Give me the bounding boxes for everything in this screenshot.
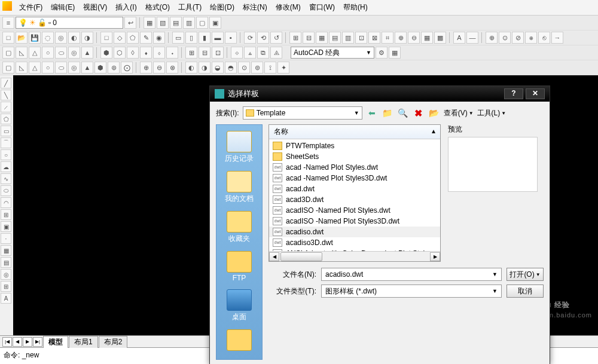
place-历史记录[interactable]: 历史记录 [218,129,261,167]
menu-view[interactable]: 视图(V) [80,1,111,14]
tool-icon[interactable]: ▦ [144,17,155,29]
layer-combo[interactable]: 💡 ☀ 🔓 ▫ 0 [16,17,123,29]
file-item[interactable]: dwtacad -Named Plot Styles.dwt [269,162,440,173]
tool-icon[interactable]: ⊟ [303,32,315,44]
menu-help[interactable]: 帮助(H) [340,1,371,14]
spline-icon[interactable]: ∿ [1,173,11,184]
file-list-body[interactable]: PTWTemplatesSheetSetsdwtacad -Named Plot… [269,139,440,251]
tool-icon[interactable]: ⟐ [231,47,243,59]
tool-icon[interactable]: ◺ [16,62,28,74]
tool-icon[interactable]: ◐ [68,32,80,44]
menu-modify[interactable]: 修改(M) [272,1,304,14]
tool-icon[interactable]: ▥ [342,32,354,44]
ellipsearc-icon[interactable]: ◠ [1,197,11,208]
tool-icon[interactable]: ◎ [68,62,80,74]
tool-icon[interactable]: ▯ [185,32,197,44]
tool-icon[interactable]: ⊕ [486,32,498,44]
tool-icon[interactable]: ▪ [225,32,237,44]
mtext-icon[interactable]: A [1,293,11,304]
place-我的文档[interactable]: 我的文档 [218,169,261,207]
layer-manager-icon[interactable]: ≡ [2,17,14,29]
tool-icon[interactable]: ▣ [209,17,221,29]
tool-icon[interactable]: ▤ [170,17,182,29]
tool-icon[interactable]: ▲ [81,62,93,74]
tool-icon[interactable]: ◑ [81,32,93,44]
file-item[interactable]: PTWTemplates [269,140,440,151]
tool-icon[interactable]: ◒ [212,62,224,74]
file-item[interactable]: dwtacadiso.dwt [269,227,440,237]
tool-icon[interactable]: ▦ [389,47,401,59]
tool-icon[interactable]: ⟲ [257,32,269,44]
menu-draw[interactable]: 绘图(D) [206,1,238,14]
gradient-icon[interactable]: ▤ [1,257,11,268]
tool-icon[interactable]: ⬧ [140,47,152,59]
tool-icon[interactable]: ◊ [127,47,139,59]
tool-icon[interactable]: ⟟ [264,62,276,74]
tool-icon[interactable]: ✦ [277,62,289,74]
list-header[interactable]: 名称 ▴ [269,125,440,139]
menu-format[interactable]: 格式(O) [142,1,173,14]
tool-icon[interactable]: ▩ [434,32,446,44]
tool-icon[interactable]: ▥ [183,17,195,29]
tool-icon[interactable]: △ [29,62,41,74]
tab-nav-next[interactable]: ▶ [23,337,32,347]
tool-icon[interactable]: ↺ [270,32,282,44]
tool-icon[interactable]: ⬨ [153,47,165,59]
torus-icon[interactable]: ◎ [68,47,80,59]
tool-icon[interactable]: → [551,32,563,44]
tool-icon[interactable]: ⬠ [127,32,139,44]
file-item[interactable]: dwtacadiso3D.dwt [269,237,440,248]
tool-icon[interactable]: ⨀ [121,62,133,74]
tool-icon[interactable]: ⊞ [185,47,197,59]
horizontal-scrollbar[interactable]: ◀ ▶ [269,251,440,261]
cancel-button[interactable]: 取消 [507,285,544,298]
wedge-icon[interactable]: ◺ [16,47,28,59]
new-icon[interactable]: □ [2,32,14,44]
tab-nav-prev[interactable]: ◀ [13,337,22,347]
scroll-left-icon[interactable]: ◀ [269,252,279,261]
tool-icon[interactable]: ⬩ [166,47,178,59]
menu-edit[interactable]: 编辑(E) [47,1,78,14]
tool-icon[interactable]: ▤ [329,32,341,44]
tool-icon[interactable]: ⊙ [238,62,250,74]
scroll-thumb[interactable] [280,252,322,261]
tab-layout2[interactable]: 布局2 [99,336,128,348]
tab-nav-first[interactable]: |◀ [2,337,12,347]
tool-icon[interactable]: ⊟ [199,47,210,59]
tool-icon[interactable]: — [466,32,478,44]
tool-icon[interactable]: ⊘ [512,32,524,44]
cone-icon[interactable]: △ [29,47,41,59]
tools-menu[interactable]: 工具(L) ▼ [477,108,507,118]
place-FTP[interactable]: FTP [218,249,261,286]
tool-icon[interactable]: ⊡ [355,32,367,44]
revcloud-icon[interactable]: ☁ [1,161,11,172]
pline-icon[interactable]: ⟋ [1,102,11,112]
tool-icon[interactable]: ▢ [2,62,14,74]
xline-icon[interactable]: ╲ [1,90,11,100]
tool-icon[interactable]: ▬ [212,32,224,44]
open-button[interactable]: 打开(O) ▼ [507,268,544,281]
tab-layout1[interactable]: 布局1 [69,336,98,348]
menu-tools[interactable]: 工具(T) [175,1,205,14]
tool-icon[interactable]: ⟁ [244,47,256,59]
file-item[interactable]: dwtacad.dwt [269,183,440,194]
hatch-icon[interactable]: ▦ [1,245,11,256]
view-menu[interactable]: 查看(V) ▼ [444,108,474,118]
point-icon[interactable]: · [1,233,11,244]
scroll-right-icon[interactable]: ▶ [430,252,440,261]
tool-icon[interactable]: A [453,32,465,44]
gear-icon[interactable]: ⚙ [376,47,388,59]
place-more[interactable] [218,327,261,356]
search-web-icon[interactable]: 🔍 [397,107,409,119]
tool-icon[interactable]: ◇ [114,32,126,44]
tool-icon[interactable]: ⬢ [100,47,112,59]
tool-icon[interactable]: ⊕ [395,32,407,44]
tool-icon[interactable]: ⎈ [525,32,537,44]
back-icon[interactable]: ⬅ [366,107,378,119]
tool-icon[interactable]: ⊚ [251,62,263,74]
menu-insert[interactable]: 插入(I) [112,1,140,14]
filetype-select[interactable]: 图形样板 (*.dwt) ▼ [321,285,502,298]
dialog-titlebar[interactable]: 选择样板 ? ✕ [210,86,550,102]
file-item[interactable]: dwtacad3D.dwt [269,194,440,205]
tool-icon[interactable]: ⟳ [244,32,256,44]
